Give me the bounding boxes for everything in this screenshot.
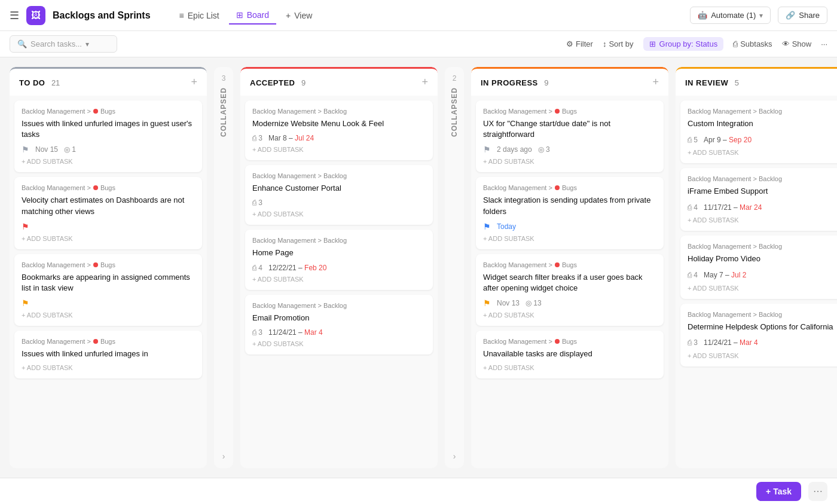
- card-inprogress-4[interactable]: Backlog Management > Bugs Unavailable ta…: [476, 331, 664, 378]
- bug-dot: [93, 109, 98, 114]
- card-meta: ⚑: [22, 298, 195, 308]
- card-range: May 7 – Jul 2: [704, 271, 746, 279]
- group-icon: ⊞: [649, 39, 656, 48]
- add-subtask-button[interactable]: + ADD SUBTASK: [22, 235, 195, 242]
- add-task-button[interactable]: + Task: [756, 482, 801, 501]
- show-button[interactable]: 👁 Show: [782, 39, 812, 48]
- subtask-count: ⎙ 3: [252, 198, 262, 207]
- card-todo-4[interactable]: Backlog Management > Bugs Issues with li…: [14, 331, 202, 378]
- more-options-button[interactable]: ⋯: [808, 482, 827, 501]
- search-box[interactable]: 🔍 Search tasks... ▾: [10, 35, 117, 53]
- card-title: Unavailable tasks are displayed: [483, 349, 656, 359]
- card-review-4[interactable]: Backlog Management > Backlog Determine H…: [680, 304, 837, 366]
- expand-icon[interactable]: ›: [453, 451, 456, 461]
- bug-dot: [555, 262, 560, 267]
- header-right: 🤖 Automate (1) ▾ 🔗 Share: [690, 7, 827, 24]
- column-in-progress: IN PROGRESS 9 + Backlog Management > Bug…: [471, 67, 668, 468]
- column-count-in-progress: 9: [544, 78, 548, 87]
- board-icon: ⊞: [236, 10, 243, 20]
- add-subtask-button[interactable]: + ADD SUBTASK: [252, 146, 426, 153]
- more-button[interactable]: ···: [821, 39, 827, 48]
- card-breadcrumb: Backlog Management > Bugs: [483, 184, 656, 191]
- card-breadcrumb: Backlog Management > Backlog: [252, 237, 426, 244]
- header: ☰ 🖼 Backlogs and Sprints ≡ Epic List ⊞ B…: [0, 0, 837, 31]
- card-inprogress-2[interactable]: Backlog Management > Bugs Slack integrat…: [476, 177, 664, 249]
- sort-icon: ↕: [603, 39, 607, 48]
- add-subtask-button[interactable]: + ADD SUBTASK: [688, 149, 837, 156]
- column-add-todo[interactable]: +: [191, 76, 197, 88]
- card-breadcrumb: Backlog Management > Backlog: [252, 108, 426, 115]
- card-range: 11/24/21 – Mar 4: [704, 338, 758, 347]
- card-meta: ⚑ Nov 13 ◎ 13: [483, 298, 656, 308]
- add-subtask-button[interactable]: + ADD SUBTASK: [483, 235, 656, 242]
- card-date: Nov 15: [35, 145, 58, 154]
- card-accepted-1[interactable]: Backlog Management > Backlog Modernize W…: [245, 100, 433, 160]
- card-todo-2[interactable]: Backlog Management > Bugs Velocity chart…: [14, 177, 202, 249]
- card-accepted-2[interactable]: Backlog Management > Backlog Enhance Cus…: [245, 165, 433, 225]
- subtask-count: ⎙ 5: [688, 136, 698, 144]
- add-subtask-button[interactable]: + ADD SUBTASK: [688, 352, 837, 359]
- card-date: 2 days ago: [497, 145, 532, 154]
- card-range: 11/24/21 – Mar 4: [268, 328, 323, 337]
- card-accepted-3[interactable]: Backlog Management > Backlog Home Page ⎙…: [245, 230, 433, 289]
- bug-dot: [93, 185, 98, 190]
- filter-button[interactable]: ⚙ Filter: [566, 39, 593, 48]
- card-breadcrumb: Backlog Management > Bugs: [22, 108, 195, 115]
- automate-button[interactable]: 🤖 Automate (1) ▾: [690, 7, 771, 24]
- column-title-accepted: ACCEPTED: [250, 78, 295, 87]
- share-button[interactable]: 🔗 Share: [778, 7, 827, 24]
- subtasks-icon: ⎙: [733, 39, 738, 48]
- column-body-in-review: Backlog Management > Backlog Custom Inte…: [676, 96, 837, 468]
- column-header-in-progress: IN PROGRESS 9 +: [471, 67, 668, 96]
- toolbar-left: 🔍 Search tasks... ▾: [10, 35, 117, 53]
- add-subtask-button[interactable]: + ADD SUBTASK: [252, 276, 426, 283]
- add-subtask-button[interactable]: + ADD SUBTASK: [483, 158, 656, 165]
- flag-icon: ⚑: [22, 298, 29, 308]
- column-count-in-review: 5: [735, 78, 739, 87]
- subtask-count: ⎙ 3: [252, 134, 262, 142]
- hamburger-icon[interactable]: ☰: [10, 9, 19, 22]
- automate-icon: 🤖: [698, 11, 707, 20]
- add-subtask-button[interactable]: + ADD SUBTASK: [252, 210, 426, 218]
- card-review-1[interactable]: Backlog Management > Backlog Custom Inte…: [680, 100, 837, 163]
- card-meta: ⚑ Nov 15 ◎ 1: [22, 145, 195, 154]
- sort-button[interactable]: ↕ Sort by: [603, 39, 634, 48]
- app-title: Backlogs and Sprints: [53, 10, 151, 21]
- column-title-area: TO DO 21: [19, 77, 60, 88]
- flag-icon: ⚑: [483, 145, 491, 154]
- tab-board[interactable]: ⊞ Board: [229, 7, 276, 25]
- add-subtask-button[interactable]: + ADD SUBTASK: [688, 285, 837, 292]
- subtasks-button[interactable]: ⎙ Subtasks: [733, 39, 772, 48]
- card-inprogress-1[interactable]: Backlog Management > Bugs UX for "Change…: [476, 100, 664, 172]
- search-icon: 🔍: [17, 39, 27, 48]
- tab-view[interactable]: + View: [279, 7, 319, 24]
- card-title: Email Promotion: [252, 313, 426, 323]
- group-button[interactable]: ⊞ Group by: Status: [643, 37, 724, 51]
- card-title: Widget search filter breaks if a user go…: [483, 272, 656, 294]
- column-add-accepted[interactable]: +: [421, 76, 428, 88]
- card-review-2[interactable]: Backlog Management > Backlog iFrame Embe…: [680, 168, 837, 231]
- add-subtask-button[interactable]: + ADD SUBTASK: [252, 340, 426, 347]
- add-subtask-button[interactable]: + ADD SUBTASK: [483, 364, 656, 371]
- collapsed-count: 2: [453, 74, 457, 83]
- add-subtask-button[interactable]: + ADD SUBTASK: [22, 311, 195, 319]
- column-add-in-progress[interactable]: +: [652, 76, 659, 88]
- add-subtask-button[interactable]: + ADD SUBTASK: [483, 311, 656, 319]
- card-accepted-4[interactable]: Backlog Management > Backlog Email Promo…: [245, 295, 433, 355]
- expand-icon[interactable]: ›: [222, 451, 225, 461]
- share-icon: 🔗: [786, 11, 795, 20]
- add-subtask-button[interactable]: + ADD SUBTASK: [22, 364, 195, 371]
- card-title: Issues with linked unfurled images in gu…: [22, 118, 195, 140]
- card-title: Slack integration is sending updates fro…: [483, 195, 656, 216]
- card-title: UX for "Change start/due date" is not st…: [483, 118, 656, 140]
- add-subtask-button[interactable]: + ADD SUBTASK: [688, 216, 837, 224]
- card-todo-1[interactable]: Backlog Management > Bugs Issues with li…: [14, 100, 202, 172]
- tab-epic-list[interactable]: ≡ Epic List: [172, 7, 227, 24]
- card-breadcrumb: Backlog Management > Backlog: [688, 108, 837, 115]
- add-subtask-button[interactable]: + ADD SUBTASK: [22, 158, 195, 165]
- collapsed-label: COLLAPSED: [450, 87, 459, 137]
- toolbar-right: ⚙ Filter ↕ Sort by ⊞ Group by: Status ⎙ …: [566, 37, 827, 51]
- card-todo-3[interactable]: Backlog Management > Bugs Bookmarks are …: [14, 254, 202, 326]
- card-inprogress-3[interactable]: Backlog Management > Bugs Widget search …: [476, 254, 664, 326]
- card-review-3[interactable]: Backlog Management > Backlog Holiday Pro…: [680, 236, 837, 298]
